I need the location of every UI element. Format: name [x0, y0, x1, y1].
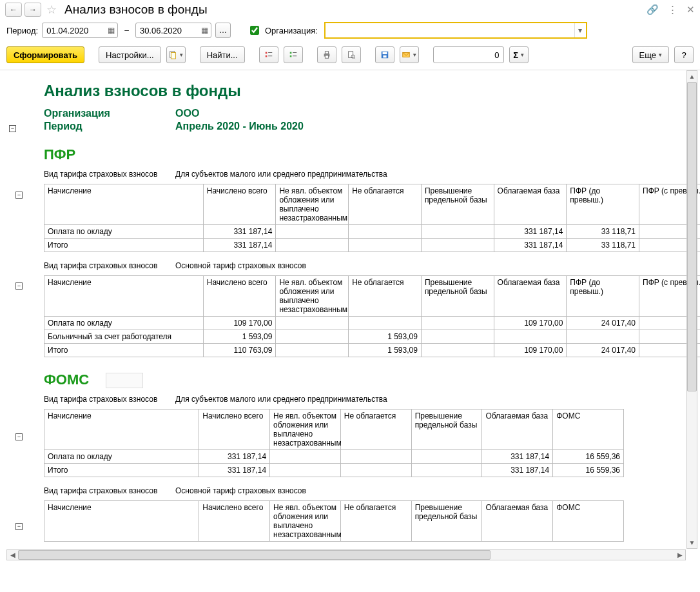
- scroll-thumb[interactable]: [687, 82, 697, 391]
- date-separator: –: [124, 26, 129, 35]
- horizontal-scrollbar[interactable]: ◀ ▶: [6, 549, 686, 560]
- foms-main-table: Начисление Начислено всего Не явл. объек…: [44, 500, 624, 542]
- page-title: Анализ взносов в фонды: [64, 3, 208, 17]
- section-foms-heading: ФОМС: [44, 371, 700, 388]
- date-to-input[interactable]: [139, 25, 190, 36]
- svg-rect-18: [383, 55, 386, 58]
- scroll-down-icon[interactable]: ▼: [687, 537, 697, 548]
- table-total-row: Итого 110 763,09 1 593,09 109 170,00 24 …: [44, 344, 701, 357]
- table-row: Оплата по окладу 109 170,00 109 170,00 2…: [44, 317, 701, 330]
- printer-icon: [322, 50, 331, 59]
- outline-toggle[interactable]: −: [15, 192, 23, 199]
- svg-rect-1: [171, 53, 176, 59]
- link-icon[interactable]: 🔗: [647, 4, 659, 15]
- expand-groups-button[interactable]: [259, 46, 278, 63]
- date-from-field[interactable]: ▦: [42, 23, 118, 38]
- sigma-icon: Σ: [513, 50, 518, 60]
- section-pfr-heading: ПФР: [44, 146, 700, 163]
- kebab-menu-icon[interactable]: ⋮: [668, 4, 677, 15]
- svg-rect-11: [325, 52, 328, 54]
- org-select[interactable]: ▾: [324, 22, 587, 39]
- date-to-field[interactable]: ▦: [135, 23, 211, 38]
- col-base: Облагаемая база: [494, 184, 567, 225]
- settings-variants-button[interactable]: ▾: [166, 46, 186, 63]
- back-button[interactable]: ←: [5, 3, 22, 17]
- envelope-icon: [402, 50, 411, 59]
- calendar-icon[interactable]: ▦: [108, 26, 115, 35]
- tariff-label: Вид тарифа страховых взносов: [44, 395, 175, 404]
- tariff-label: Вид тарифа страховых взносов: [44, 170, 175, 179]
- find-button[interactable]: Найти...: [200, 46, 245, 63]
- col-nottax: Не облагается: [349, 184, 422, 225]
- settings-button[interactable]: Настройки...: [99, 46, 161, 63]
- org-checkbox[interactable]: [250, 26, 259, 35]
- calendar-icon[interactable]: ▦: [201, 26, 208, 35]
- close-icon[interactable]: ✕: [686, 4, 695, 15]
- scroll-up-icon[interactable]: ▲: [687, 71, 697, 82]
- table-row: Оплата по окладу 331 187,14 331 187,14 1…: [44, 450, 624, 464]
- foms-placeholder-box: [106, 373, 143, 388]
- date-from-input[interactable]: [45, 25, 97, 36]
- number-input[interactable]: [433, 46, 504, 63]
- svg-line-15: [354, 57, 355, 59]
- table-row: Оплата по окладу 331 187,14 331 187,14 3…: [44, 225, 701, 239]
- page-magnifier-icon: [347, 50, 356, 59]
- diskette-icon: [380, 50, 389, 59]
- tariff-value: Основной тариф страховых взносов: [175, 261, 306, 270]
- period-label: Период:: [6, 26, 38, 35]
- col-total: Начислено всего: [203, 184, 276, 225]
- tariff-value: Для субъектов малого или среднего предпр…: [175, 170, 387, 179]
- tariff-label: Вид тарифа страховых взносов: [44, 261, 175, 270]
- more-button[interactable]: Еще▾: [632, 46, 669, 63]
- table-total-row: Итого 331 187,14 331 187,14 33 118,71: [44, 239, 701, 252]
- period-picker-button[interactable]: …: [215, 23, 231, 38]
- svg-rect-12: [325, 55, 328, 58]
- col-notobj: Не явл. объектом обложения или выплачено…: [276, 184, 349, 225]
- collapse-icon: [289, 50, 298, 59]
- help-button[interactable]: ?: [674, 46, 694, 63]
- svg-rect-2: [265, 52, 267, 54]
- outline-toggle[interactable]: −: [15, 282, 23, 290]
- scroll-right-icon[interactable]: ▶: [674, 550, 685, 560]
- scroll-left-icon[interactable]: ◀: [7, 550, 18, 560]
- outline-toggle[interactable]: −: [9, 125, 16, 132]
- meta-org-key: Организация: [44, 108, 175, 119]
- scroll-thumb[interactable]: [18, 550, 491, 560]
- table-total-row: Итого 331 187,14 331 187,14 16 559,36: [44, 464, 624, 477]
- outline-toggle[interactable]: −: [15, 433, 23, 440]
- tariff-label: Вид тарифа страховых взносов: [44, 486, 175, 495]
- org-label: Организация:: [265, 26, 318, 35]
- tariff-value: Для субъектов малого или среднего предпр…: [175, 395, 387, 404]
- report-body: Анализ взносов в фонды Организация ООО П…: [26, 70, 700, 560]
- outline-gutter: − − − − −: [0, 70, 26, 560]
- col-name: Начисление: [44, 184, 204, 225]
- svg-rect-17: [382, 52, 387, 55]
- generate-button[interactable]: Сформировать: [6, 46, 84, 63]
- col-excess: Превышение предельной базы: [421, 184, 494, 225]
- send-button[interactable]: ▾: [400, 46, 419, 63]
- meta-period-value: Апрель 2020 - Июнь 2020: [175, 121, 304, 132]
- chevron-down-icon[interactable]: ▾: [574, 23, 586, 37]
- sum-button[interactable]: Σ▾: [509, 46, 529, 63]
- meta-period-key: Период: [44, 121, 175, 132]
- clipboard-icon: [168, 50, 177, 59]
- svg-rect-7: [289, 55, 291, 57]
- pfr-main-table: Начисление Начислено всего Не явл. объек…: [44, 275, 700, 357]
- pfr-sme-table: Начисление Начислено всего Не явл. объек…: [44, 184, 700, 252]
- vertical-scrollbar[interactable]: ▲ ▼: [686, 70, 697, 549]
- preview-button[interactable]: [342, 46, 361, 63]
- foms-sme-table: Начисление Начислено всего Не явл. объек…: [44, 409, 624, 477]
- svg-rect-6: [289, 52, 291, 54]
- favorite-icon[interactable]: ☆: [46, 3, 57, 17]
- save-button[interactable]: [375, 46, 394, 63]
- svg-rect-3: [265, 55, 267, 57]
- collapse-groups-button[interactable]: [284, 46, 303, 63]
- meta-org-value: ООО: [175, 108, 199, 119]
- table-row: Больничный за счет работодателя 1 593,09…: [44, 330, 701, 344]
- outline-toggle[interactable]: −: [15, 523, 23, 530]
- svg-rect-13: [348, 52, 353, 58]
- forward-button[interactable]: →: [24, 3, 41, 17]
- col-pfr-before: ПФР (до превыш.): [567, 184, 639, 225]
- expand-icon: [264, 50, 273, 59]
- print-button[interactable]: [317, 46, 336, 63]
